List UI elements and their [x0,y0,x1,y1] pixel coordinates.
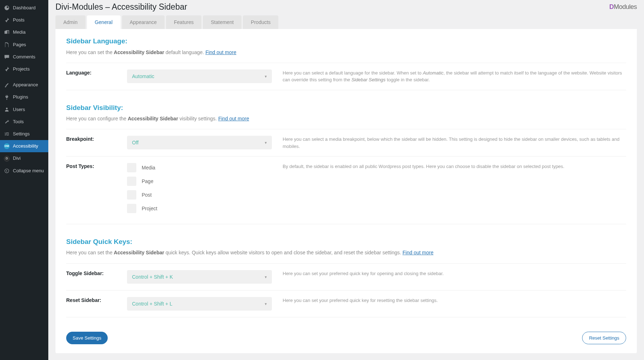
section-title: Sidebar Language: [66,38,626,44]
label: Users [13,106,25,113]
panel-footer: Save Settings Reset Settings [66,332,626,344]
checkbox-post[interactable]: Post [127,190,272,200]
label: Accessibility [13,143,38,149]
reset-key-select[interactable]: Control + Shift + L ▾ [127,297,272,311]
chevron-down-icon: ▾ [265,73,267,80]
tab-general[interactable]: General [87,15,121,29]
setting-control: Automatic ▾ [127,69,279,83]
setting-row-breakpoint: Breakpoint: Off ▾ Here you can select a … [66,129,626,156]
breakpoint-select[interactable]: Off ▾ [127,136,272,149]
setting-control: Media Page Post Project [127,163,279,217]
media-icon [4,29,10,36]
settings-panel: Sidebar Language: Here you can set the A… [55,29,637,353]
checkbox-box[interactable] [127,177,136,186]
sidebar-item-settings[interactable]: Settings [0,128,48,140]
comments-icon [4,54,10,60]
setting-control: Control + Shift + L ▾ [127,297,279,311]
label: Pages [13,42,26,48]
setting-label: Breakpoint: [66,136,127,150]
setting-control: Off ▾ [127,136,279,150]
tab-admin[interactable]: Admin [55,15,86,29]
section-description: Here you can set the Accessibility Sideb… [66,249,626,256]
chevron-down-icon: ▾ [265,301,267,307]
svg-point-0 [5,169,9,173]
reset-button[interactable]: Reset Settings [582,332,626,344]
checkbox-box[interactable] [127,163,136,172]
label: Dashboard [13,5,36,11]
pin-icon [4,17,10,23]
tab-appearance[interactable]: Appearance [122,15,165,29]
setting-label: Post Types: [66,163,127,217]
section-description: Here you can set the Accessibility Sideb… [66,49,626,56]
setting-row-reset: Reset Sidebar: Control + Shift + L ▾ Her… [66,290,626,317]
brand-logo: DModules [609,4,637,10]
pin-icon [4,66,10,72]
find-out-more-link[interactable]: Find out more [402,250,433,255]
tab-features[interactable]: Features [166,15,201,29]
label: Collapse menu [13,168,44,174]
sidebar-item-pages[interactable]: Pages [0,39,48,51]
section-language: Sidebar Language: Here you can set the A… [66,38,626,90]
sidebar-item-media[interactable]: Media [0,26,48,38]
users-icon [4,106,10,113]
section-quickkeys: Sidebar Quick Keys: Here you can set the… [66,239,626,317]
section-visibility: Sidebar Visibility: Here you can configu… [66,105,626,224]
setting-help: By default, the sidebar is enabled on al… [279,163,626,217]
sidebar-item-comments[interactable]: Comments [0,51,48,63]
setting-label: Toggle Sidebar: [66,270,127,284]
plugins-icon [4,94,10,101]
language-select[interactable]: Automatic ▾ [127,69,272,83]
sidebar-item-appearance[interactable]: Appearance [0,79,48,91]
collapse-icon [4,168,10,174]
setting-row-toggle: Toggle Sidebar: Control + Shift + K ▾ He… [66,263,626,290]
tab-statement[interactable]: Statement [203,15,241,29]
label: Tools [13,119,24,125]
sidebar-item-accessibility[interactable]: DM Accessibility [0,140,48,152]
sidebar-item-divi[interactable]: D Divi [0,152,48,164]
tabs: Admin General Appearance Features Statem… [55,15,637,29]
checkbox-page[interactable]: Page [127,177,272,186]
find-out-more-link[interactable]: Find out more [218,116,249,121]
sidebar-item-users[interactable]: Users [0,104,48,116]
checkbox-media[interactable]: Media [127,163,272,172]
section-description: Here you can configure the Accessibility… [66,115,626,122]
appearance-icon [4,82,10,88]
setting-row-posttypes: Post Types: Media Page Post [66,156,626,224]
page-title: Divi-Modules – Accessibility Sidebar [55,4,187,10]
label: Appearance [13,82,38,88]
checkbox-box[interactable] [127,204,136,213]
sidebar-item-plugins[interactable]: Plugins [0,91,48,103]
sidebar-item-collapse[interactable]: Collapse menu [0,165,48,177]
setting-help: Here you can set your preferred quick ke… [279,270,626,284]
sidebar-item-tools[interactable]: Tools [0,116,48,128]
divi-icon: D [4,155,10,162]
section-title: Sidebar Visibility: [66,105,626,111]
chevron-down-icon: ▾ [265,139,267,146]
label: Settings [13,131,30,137]
setting-label: Reset Sidebar: [66,297,127,311]
checkbox-project[interactable]: Project [127,204,272,213]
dm-icon: DM [4,143,10,149]
label: Plugins [13,94,28,100]
sidebar-item-dashboard[interactable]: Dashboard [0,2,48,14]
label: Posts [13,17,25,23]
sidebar-item-posts[interactable]: Posts [0,14,48,26]
main-content: Divi-Modules – Accessibility Sidebar DMo… [48,0,644,360]
label: Media [13,29,25,35]
label: Projects [13,66,30,72]
toggle-key-select[interactable]: Control + Shift + K ▾ [127,270,272,284]
setting-row-language: Language: Automatic ▾ Here you can selec… [66,63,626,90]
checkbox-box[interactable] [127,190,136,200]
sidebar-item-projects[interactable]: Projects [0,63,48,75]
tools-icon [4,119,10,125]
page-header: Divi-Modules – Accessibility Sidebar DMo… [55,4,637,10]
tab-products[interactable]: Products [243,15,278,29]
setting-help: Here you can select a media breakpoint, … [279,136,626,150]
label: Comments [13,54,35,60]
setting-help: Here you can select a default language f… [279,69,626,83]
pages-icon [4,42,10,48]
setting-label: Language: [66,69,127,83]
find-out-more-link[interactable]: Find out more [205,49,236,55]
section-title: Sidebar Quick Keys: [66,239,626,245]
save-button[interactable]: Save Settings [66,332,108,344]
